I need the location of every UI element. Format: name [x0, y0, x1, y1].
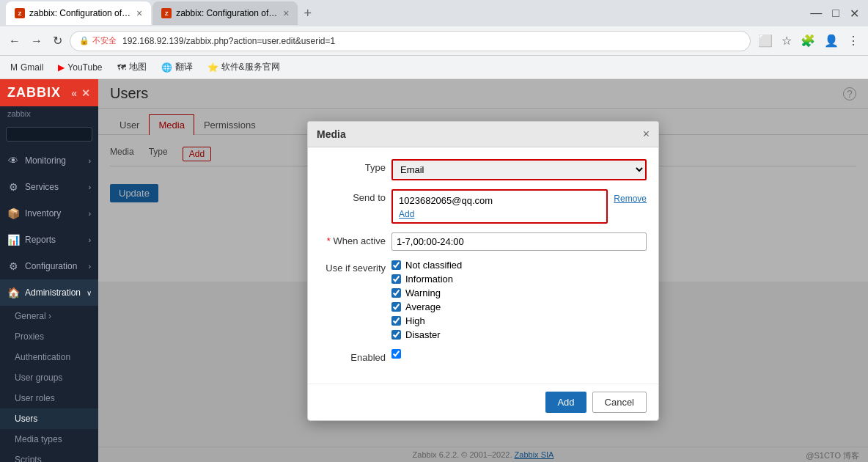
remove-link[interactable]: Remove: [614, 189, 647, 204]
severity-high: High: [391, 315, 647, 326]
when-active-row: When active: [320, 232, 647, 251]
inventory-icon: 📦: [7, 208, 19, 219]
checkbox-information[interactable]: [391, 274, 401, 284]
tab-title-1: zabbix: Configuration of users: [29, 8, 132, 18]
forward-button[interactable]: →: [28, 32, 45, 51]
tab-favicon-2: Z: [161, 8, 172, 18]
tab-close-2[interactable]: ×: [283, 7, 289, 19]
sidebar-search-input[interactable]: [6, 127, 92, 142]
sidebar-sub-proxies[interactable]: Proxies: [0, 326, 98, 347]
type-select[interactable]: EmailSMSScript: [393, 161, 645, 179]
sidebar-sub-general[interactable]: General ›: [0, 306, 98, 326]
send-to-row: Send to Add Remove: [320, 189, 647, 224]
inventory-label: Inventory: [25, 208, 61, 219]
severity-not-classified: Not classified: [391, 260, 647, 271]
checkbox-warning[interactable]: [391, 288, 401, 298]
send-to-input[interactable]: [396, 194, 603, 208]
when-active-label: When active: [320, 232, 386, 246]
profile-icon[interactable]: 👤: [821, 31, 842, 51]
modal-add-button[interactable]: Add: [545, 392, 586, 413]
sidebar-sub-scripts[interactable]: Scripts: [0, 450, 98, 462]
bookmark-gmail[interactable]: M Gmail: [6, 61, 48, 74]
new-tab-button[interactable]: +: [299, 6, 316, 21]
sidebar-sub-user-groups[interactable]: User groups: [0, 367, 98, 388]
tab-favicon-1: Z: [15, 8, 25, 18]
menu-icon[interactable]: ⋮: [845, 31, 862, 51]
minimize-button[interactable]: —: [807, 4, 825, 23]
main-content: ZABBIX « ✕ zabbix 👁 Monitoring › ⚙ Servi…: [0, 79, 868, 462]
toolbar-icons: ⬜ ☆ 🧩 👤 ⋮: [755, 31, 862, 51]
services-icon: ⚙: [7, 181, 19, 193]
bookmarks-bar: M Gmail ▶ YouTube 🗺 地图 🌐 翻译 ⭐ 软件&服务官网: [0, 56, 868, 79]
severity-warning: Warning: [391, 287, 647, 298]
severity-row: Use if severity Not classified Informati…: [320, 260, 647, 340]
checkbox-not-classified[interactable]: [391, 260, 401, 270]
services-label: Services: [25, 182, 59, 192]
send-to-add-link[interactable]: Add: [396, 209, 603, 219]
bookmark-youtube[interactable]: ▶ YouTube: [54, 61, 106, 74]
cast-icon[interactable]: ⬜: [755, 31, 776, 51]
enabled-container: [391, 349, 401, 359]
close-window-button[interactable]: ✕: [847, 4, 862, 23]
sidebar: ZABBIX « ✕ zabbix 👁 Monitoring › ⚙ Servi…: [0, 79, 98, 462]
address-input[interactable]: 🔒 不安全 192.168.92.139/zabbix.php?action=u…: [70, 31, 751, 51]
enabled-label: Enabled: [320, 349, 386, 363]
severity-disaster: Disaster: [391, 329, 647, 340]
bookmark-translate[interactable]: 🌐 翻译: [157, 59, 197, 75]
enabled-checkbox[interactable]: [391, 349, 401, 359]
bookmark-maps[interactable]: 🗺 地图: [113, 59, 151, 75]
reports-icon: 📊: [7, 234, 19, 246]
logo-text: ZABBIX: [7, 85, 61, 100]
sidebar-sub-authentication[interactable]: Authentication: [0, 347, 98, 367]
sidebar-toggle[interactable]: « ✕: [71, 87, 91, 99]
maximize-button[interactable]: □: [829, 4, 842, 23]
monitoring-arrow: ›: [89, 157, 91, 165]
reload-button[interactable]: ↻: [50, 31, 65, 51]
sidebar-sub-users[interactable]: Users: [0, 408, 98, 429]
sidebar-logo: ZABBIX « ✕: [0, 79, 98, 106]
severity-information: Information: [391, 274, 647, 285]
address-bar-row: ← → ↻ 🔒 不安全 192.168.92.139/zabbix.php?ac…: [0, 26, 868, 56]
services-arrow: ›: [89, 183, 91, 191]
sidebar-item-inventory[interactable]: 📦 Inventory ›: [0, 200, 98, 227]
sidebar-item-administration[interactable]: 🏠 Administration ∨: [0, 279, 98, 306]
sidebar-sub-user-roles[interactable]: User roles: [0, 388, 98, 408]
severity-label: Use if severity: [320, 260, 386, 274]
extensions-icon[interactable]: 🧩: [798, 31, 818, 51]
modal-cancel-button[interactable]: Cancel: [592, 392, 647, 413]
type-container: EmailSMSScript: [391, 159, 647, 180]
sidebar-item-monitoring[interactable]: 👁 Monitoring ›: [0, 147, 98, 174]
page-content: Users ? User Media Permissions Media Typ…: [98, 79, 868, 462]
monitoring-icon: 👁: [7, 155, 19, 166]
modal-overlay: Media × Type EmailSMSScript: [98, 79, 868, 462]
checkbox-average[interactable]: [391, 302, 401, 312]
modal-close-button[interactable]: ×: [643, 128, 650, 141]
tab-users[interactable]: Z zabbix: Configuration of users ×: [6, 1, 151, 25]
tab-bar: Z zabbix: Configuration of users × Z zab…: [0, 0, 868, 26]
sidebar-item-configuration[interactable]: ⚙ Configuration ›: [0, 253, 98, 279]
send-to-container: Add: [391, 189, 608, 224]
address-text: 192.168.92.139/zabbix.php?action=user.ed…: [122, 36, 335, 46]
modal-body: Type EmailSMSScript Send to Add: [308, 147, 658, 384]
sidebar-sub-media-types[interactable]: Media types: [0, 429, 98, 450]
sidebar-item-reports[interactable]: 📊 Reports ›: [0, 227, 98, 253]
tab-title-2: zabbix: Configuration of items: [176, 8, 279, 18]
tab-close-1[interactable]: ×: [136, 7, 142, 19]
tab-items[interactable]: Z zabbix: Configuration of items ×: [152, 1, 298, 25]
administration-label: Administration: [25, 287, 81, 298]
maps-icon: 🗺: [117, 62, 126, 73]
modal-footer: Add Cancel: [308, 384, 658, 420]
bookmark-software[interactable]: ⭐ 软件&服务官网: [203, 59, 284, 75]
translate-icon: 🌐: [161, 62, 172, 73]
checkbox-disaster[interactable]: [391, 330, 401, 340]
configuration-label: Configuration: [25, 261, 77, 271]
checkbox-high[interactable]: [391, 316, 401, 326]
reports-arrow: ›: [89, 236, 91, 244]
type-row: Type EmailSMSScript: [320, 159, 647, 180]
back-button[interactable]: ←: [6, 32, 23, 51]
bookmark-star-icon[interactable]: ☆: [779, 31, 795, 51]
lock-icon: 🔒: [79, 36, 89, 45]
sidebar-username: zabbix: [0, 106, 98, 124]
sidebar-item-services[interactable]: ⚙ Services ›: [0, 174, 98, 200]
when-active-input[interactable]: [391, 232, 647, 251]
